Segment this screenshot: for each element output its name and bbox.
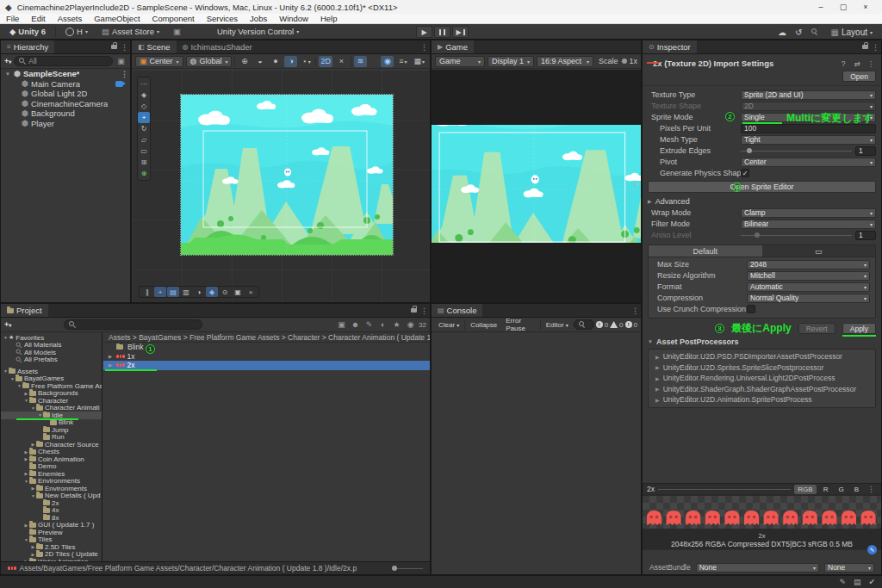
overlay-paint-icon[interactable]: ▥ — [180, 287, 192, 297]
tools-grip[interactable]: ⋯ — [138, 78, 150, 90]
search-filter-icon[interactable]: ▣ — [115, 57, 127, 65]
clear-button[interactable]: Clear▾ — [435, 319, 463, 331]
revert-button[interactable]: Revert — [798, 323, 835, 334]
hierarchy-scene-row[interactable]: ▼ SampleScene* ⋮ — [1, 69, 130, 79]
project-tree-item[interactable]: ▼ Character Animati — [1, 405, 102, 412]
progress-check-icon[interactable]: ✔ — [868, 578, 875, 586]
camera-preview-icon[interactable]: ▦▾ — [412, 56, 426, 67]
add-gameobject-button[interactable]: +▾ — [4, 57, 11, 65]
layout-dropdown[interactable]: ▦ Layout▾ — [827, 26, 878, 38]
lighting-toggle-icon[interactable]: ● — [269, 56, 282, 67]
project-tree-item[interactable]: ▶ Character Source — [1, 441, 102, 449]
open-search-icon[interactable]: ▣ — [336, 320, 347, 329]
dropdown[interactable]: Tight▾ — [741, 135, 876, 145]
scene-viewport[interactable]: ⋯◈◇+↻▱▭⊞⊕ ∥+▤▥◑◈⊙▣× — [132, 70, 430, 302]
error-pause-button[interactable]: Error Pause — [502, 319, 537, 331]
project-tree-item[interactable]: Preview — [1, 529, 102, 536]
lock-icon[interactable] — [862, 45, 868, 49]
info-count-badge[interactable]: ! 0 — [596, 321, 608, 329]
tab-hierarchy[interactable]: ≡ Hierarchy — [1, 40, 54, 53]
tab-inspector[interactable]: ⊙ Inspector — [643, 40, 697, 53]
presets-icon[interactable]: ⇄ — [852, 59, 862, 68]
tab-scene[interactable]: ◧ Scene — [132, 40, 177, 53]
slider[interactable]: 1 — [741, 231, 876, 240]
panel-menu-icon[interactable]: ⋮ — [419, 40, 430, 53]
preview-menu-icon[interactable]: ⋮ — [866, 485, 877, 493]
splitter-expander-icon[interactable]: ▸ — [635, 180, 638, 188]
project-tree-item[interactable]: ▶ 2.5D Tiles — [1, 543, 102, 551]
project-tree-item[interactable]: Blink — [1, 419, 102, 427]
aspect-dropdown[interactable]: 16:9 Aspect▾ — [537, 56, 593, 67]
dropdown[interactable]: Mitchell▾ — [747, 271, 870, 281]
project-tree-item[interactable]: ▼ Character — [1, 397, 102, 405]
game-target-dropdown[interactable]: Game▾ — [435, 56, 485, 67]
menu-item[interactable]: Help — [314, 14, 344, 23]
editor-dropdown[interactable]: Editor▾ — [543, 319, 572, 331]
package-manager-icon[interactable]: ▤ — [854, 578, 861, 586]
project-tree-item[interactable]: 8x — [1, 514, 102, 522]
info-icon[interactable]: ◐ — [377, 320, 388, 329]
checkbox[interactable]: ✓ — [741, 169, 749, 177]
move-tool-icon[interactable]: + — [138, 112, 150, 123]
dropdown[interactable]: Automatic▾ — [747, 282, 870, 292]
project-tree-item[interactable]: Run — [1, 434, 102, 442]
hierarchy-item[interactable]: Main Camera — [1, 79, 130, 90]
hand-tool-icon[interactable]: ◇ — [138, 101, 150, 112]
project-tree-item[interactable]: Jump — [1, 426, 102, 434]
project-tree-item[interactable]: All Models — [1, 349, 102, 356]
scene-light-icon[interactable]: ◑ — [284, 56, 297, 67]
project-search[interactable] — [64, 319, 202, 330]
channel-button[interactable]: B — [851, 485, 862, 494]
effects-dropdown-icon[interactable]: ⋆▾ — [300, 56, 313, 67]
open-sprite-editor-button[interactable]: 4 Open Sprite Editor — [648, 181, 876, 193]
account-dropdown[interactable]: H▾ — [61, 26, 92, 38]
close-button[interactable]: × — [854, 3, 877, 11]
version-control-dropdown[interactable]: Unity Version Control▾ — [213, 26, 303, 38]
postprocessor-item[interactable]: ▶ UnityEditor.U2D.Sprites.SpriteSlicePos… — [649, 362, 875, 374]
menu-item[interactable]: Component — [146, 14, 201, 23]
collapse-button[interactable]: Collapse — [467, 319, 500, 331]
sep1[interactable] — [315, 57, 316, 66]
project-tree-item[interactable]: ▼ ★ Favorites — [1, 334, 102, 342]
lock-icon[interactable] — [111, 45, 117, 49]
rotate-tool-icon[interactable]: ↻ — [138, 123, 150, 134]
tab-game[interactable]: ▶ Game — [432, 40, 474, 53]
project-tree-item[interactable]: Demo — [1, 463, 102, 471]
menu-item[interactable]: File — [0, 14, 25, 23]
warning-count-badge[interactable]: 0 — [610, 321, 623, 329]
gizmos-toggle-icon[interactable]: × — [335, 56, 348, 67]
project-tree-item[interactable]: ▶ GUI ( Update 1.7 ) — [1, 522, 102, 529]
overlay-grid-icon[interactable]: ▣ — [232, 287, 244, 297]
assetbundle-variant-dropdown[interactable]: None▾ — [824, 563, 874, 573]
add-asset-button[interactable]: +▾ — [4, 320, 11, 329]
project-tree-item[interactable]: 4x — [1, 507, 102, 515]
asset-store-dropdown[interactable]: ▤ Asset Store▾ — [97, 26, 164, 38]
help-icon[interactable]: ? — [838, 59, 848, 68]
open-button[interactable]: Open — [842, 71, 876, 82]
postprocessor-item[interactable]: ▶ UnityEditor.ShaderGraph.ShaderGraphAss… — [649, 384, 875, 395]
slider[interactable]: 1 — [741, 146, 876, 156]
overlay-menu-icon[interactable]: ≡▾ — [396, 56, 409, 67]
transform-tool-icon[interactable]: ⊞ — [138, 157, 150, 168]
hierarchy-item[interactable]: Background — [1, 108, 130, 119]
minimize-button[interactable]: – — [810, 3, 832, 11]
pause-button[interactable] — [434, 26, 450, 38]
project-tree-item[interactable]: ▶ Coin Animation — [1, 455, 102, 463]
unity-version-button[interactable]: ◆ Unity 6 — [5, 26, 50, 38]
overlay-move-icon[interactable]: + — [154, 287, 166, 297]
project-tree-item[interactable]: 2x — [1, 499, 102, 507]
shading-mode-icon[interactable]: ◒ — [253, 56, 266, 67]
rect-tool-icon[interactable]: ▭ — [138, 145, 150, 157]
breadcrumb[interactable]: Assets > BayatGames > Free Platform Game… — [103, 332, 430, 343]
panel-menu-icon[interactable]: ⋮ — [630, 304, 641, 317]
menu-item[interactable]: Edit — [25, 14, 51, 23]
tab-project[interactable]: Project — [1, 304, 48, 317]
grid-snap-icon[interactable]: ⊕ — [238, 56, 251, 67]
project-tree-item[interactable]: ▼ Free Platform Game As — [1, 382, 102, 390]
dropdown[interactable]: Sprite (2D and UI)▾ — [741, 90, 876, 100]
edit-badge-icon[interactable]: ✎ — [867, 545, 877, 554]
menu-item[interactable]: Jobs — [244, 14, 273, 23]
cloud-icon[interactable]: ☁ — [778, 28, 786, 37]
project-tree-item[interactable]: ▶ Enemies — [1, 470, 102, 478]
visibility-count-icon[interactable]: ◉ — [405, 320, 416, 329]
